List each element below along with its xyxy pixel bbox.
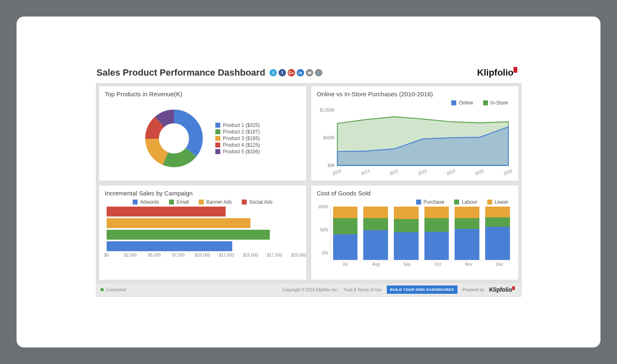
axis-tick: $0 <box>104 253 109 257</box>
panel-title: Top Products in Revenue(K) <box>105 90 300 98</box>
axis-tick: Nov <box>456 262 481 266</box>
legend-item: Product 3 ($165) <box>215 136 260 141</box>
svg-text:$0K: $0K <box>327 162 335 168</box>
build-dashboards-button[interactable]: BUILD YOUR OWN DASHBOARDS <box>387 285 457 294</box>
brand-logo: Klipfolio▘ <box>477 67 521 78</box>
stack-col <box>455 207 479 260</box>
googleplus-icon[interactable]: G+ <box>288 69 295 76</box>
stack-seg-labour <box>455 218 479 229</box>
stack-seg-purchase <box>363 230 388 260</box>
page-title: Sales Product Performance Dashboard <box>97 67 265 78</box>
hbar-banner-ads <box>107 218 251 228</box>
dashboard: Sales Product Performance Dashboard tfG+… <box>96 67 522 297</box>
hbar-adwords <box>107 241 233 251</box>
footer-brand-text: Klipfolio <box>489 286 512 293</box>
brand-accent-icon: ▘ <box>514 67 521 78</box>
svg-text:$1,000K: $1,000K <box>319 107 335 112</box>
svg-text:$500K: $500K <box>323 135 334 140</box>
panel-incremental-sales: Incremental Sales by Campaign AdwordsEma… <box>99 185 307 280</box>
powered-by-label: Powered by <box>462 288 484 292</box>
area-legend: OnlineIn-Store <box>317 100 512 106</box>
legend-swatch-icon <box>454 200 459 205</box>
legend-swatch-icon <box>133 200 138 205</box>
stack-seg-lease <box>394 207 419 219</box>
stack-seg-purchase <box>394 232 419 260</box>
brand-accent-icon: ▘ <box>512 286 517 293</box>
legend-label: Product 4 ($125) <box>223 142 260 148</box>
stack-col <box>485 207 510 260</box>
axis-tick: Jul <box>333 262 358 266</box>
axis-tick: Dec <box>487 262 512 266</box>
axis-tick: $2,500 <box>124 253 137 257</box>
donut-hole <box>164 128 184 148</box>
svg-text:2014: 2014 <box>445 168 456 176</box>
legend-label: Product 2 ($187) <box>223 129 260 135</box>
legend-swatch-icon <box>487 200 492 205</box>
svg-text:2015: 2015 <box>474 168 484 176</box>
hbar-email <box>107 230 270 240</box>
legend-swatch-icon <box>483 100 488 105</box>
legend-swatch-icon <box>215 123 220 128</box>
svg-text:2011: 2011 <box>360 168 370 176</box>
footer: Connected Copyright © 2016 Klipfolio Inc… <box>96 283 522 297</box>
axis-tick: $10,000 <box>195 253 210 257</box>
stack-columns <box>330 207 512 260</box>
axis-tick: $12,500 <box>219 253 234 257</box>
stack-seg-lease <box>424 207 449 218</box>
panel-title: Online vs In-Store Purchases (2010-2016) <box>317 90 512 98</box>
stack-col <box>424 207 449 260</box>
status-text: Connected <box>106 288 126 292</box>
footer-right: Copyright © 2016 Klipfolio Inc. Trust & … <box>283 285 517 294</box>
hbar-chart: $0$2,500$5,000$7,500$10,000$12,500$15,00… <box>105 207 300 276</box>
axis-tick: $17,500 <box>267 253 282 257</box>
legend-label: Social Ads <box>249 199 272 205</box>
legend-swatch-icon <box>242 200 247 205</box>
stack-seg-purchase <box>485 227 510 260</box>
axis-tick: Oct <box>425 262 450 266</box>
legend-label: Product 1 ($325) <box>223 122 260 128</box>
stack-seg-lease <box>455 207 479 218</box>
twitter-icon[interactable]: t <box>269 69 277 76</box>
stack-seg-purchase <box>333 234 358 260</box>
link-icon[interactable]: 🔗 <box>315 69 322 76</box>
stack-col <box>394 207 419 260</box>
stack-chart: 0%50%100% JulAugSepOctNovDec <box>317 207 512 276</box>
svg-text:2012: 2012 <box>388 168 399 176</box>
email-icon[interactable]: ✉ <box>306 69 313 76</box>
legend-item: Social Ads <box>242 199 272 205</box>
stack-yaxis: 0%50%100% <box>317 207 329 253</box>
legend-item: Email <box>169 199 189 205</box>
app-frame: Sales Product Performance Dashboard tfG+… <box>17 17 600 347</box>
axis-tick: Sep <box>394 262 419 266</box>
stack-seg-labour <box>424 218 449 231</box>
legend-item: Product 5 ($106) <box>215 149 260 155</box>
legend-label: Purchase <box>424 199 445 205</box>
panel-title: Cost of Goods Sold <box>317 190 512 197</box>
hbar-bars <box>107 207 299 251</box>
status-dot-icon <box>100 288 104 291</box>
axis-tick: 50% <box>320 228 328 232</box>
svg-text:2010: 2010 <box>331 168 342 176</box>
legend-swatch-icon <box>215 129 220 134</box>
legend-swatch-icon <box>199 200 204 205</box>
stack-seg-lease <box>485 207 510 217</box>
stack-seg-labour <box>363 218 388 230</box>
area-chart: $0K$500K$1,000K2010201120122013201420152… <box>317 107 512 176</box>
copyright-text: Copyright © 2016 Klipfolio Inc. <box>283 288 338 292</box>
stack-seg-lease <box>333 207 358 218</box>
svg-text:2016: 2016 <box>503 168 512 176</box>
legend-label: Lease <box>495 199 508 205</box>
stack-legend: PurchaseLabourLease <box>317 199 512 205</box>
legend-swatch-icon <box>215 143 220 148</box>
header-left: Sales Product Performance Dashboard tfG+… <box>97 67 322 78</box>
panel-title: Incremental Sales by Campaign <box>105 190 300 197</box>
stack-seg-labour <box>485 217 510 227</box>
legend-item: Labour <box>454 199 477 205</box>
legend-swatch-icon <box>215 136 220 141</box>
panel-online-vs-instore: Online vs In-Store Purchases (2010-2016)… <box>311 86 519 181</box>
linkedin-icon[interactable]: in <box>297 69 304 76</box>
facebook-icon[interactable]: f <box>279 69 286 76</box>
terms-link[interactable]: Trust & Terms of Use <box>343 288 381 292</box>
legend-item: Online <box>451 100 473 106</box>
donut-legend: Product 1 ($325)Product 2 ($187)Product … <box>215 122 260 155</box>
